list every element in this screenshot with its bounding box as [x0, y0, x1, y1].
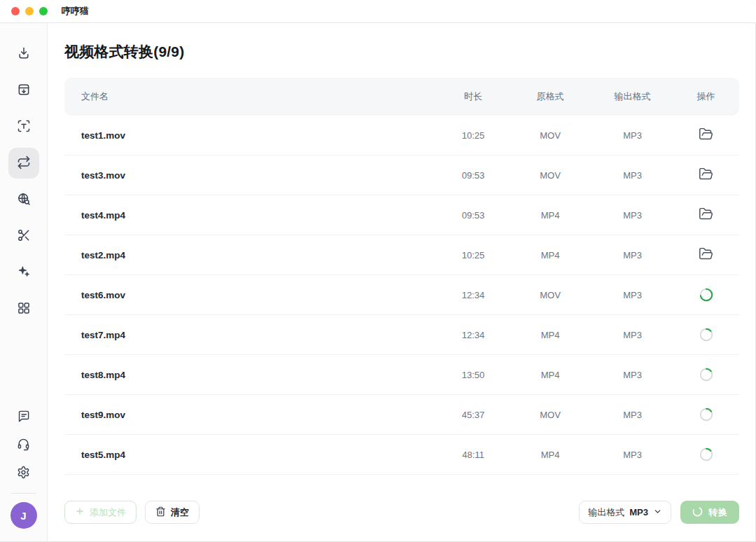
trash-icon — [155, 506, 166, 519]
file-duration: 10:25 — [438, 130, 508, 141]
open-folder-button[interactable] — [697, 125, 715, 145]
table-row: test2.mp4 10:25 MP4 MP3 — [64, 235, 739, 275]
file-name: test9.mov — [64, 410, 438, 420]
add-files-button[interactable]: 添加文件 — [64, 501, 136, 524]
gear-icon — [17, 466, 30, 481]
header-duration: 时长 — [438, 90, 508, 103]
header-source-format: 原格式 — [508, 90, 592, 103]
output-format-label: 输出格式 — [588, 506, 624, 519]
folder-open-icon — [699, 207, 713, 223]
header-action: 操作 — [673, 90, 739, 103]
table-row: test4.mp4 09:53 MP4 MP3 — [64, 195, 739, 235]
file-source-format: MOV — [508, 130, 592, 141]
file-source-format: MOV — [508, 410, 592, 420]
convert-button[interactable]: 转换 — [680, 501, 739, 524]
minimize-window-button[interactable] — [25, 7, 34, 15]
open-folder-button[interactable] — [697, 245, 715, 265]
sidebar-item-download[interactable] — [8, 39, 39, 69]
grid-icon — [17, 301, 31, 317]
table-row: test7.mp4 12:34 MP4 MP3 — [64, 315, 739, 355]
file-source-format: MOV — [508, 290, 592, 300]
file-name: test8.mp4 — [64, 370, 438, 380]
file-output-format: MP3 — [592, 290, 673, 300]
file-output-format: MP3 — [592, 170, 673, 181]
sidebar-divider — [11, 493, 36, 494]
scissors-icon — [17, 228, 31, 244]
plus-icon — [75, 506, 85, 518]
sidebar-item-feedback[interactable] — [11, 405, 36, 430]
file-name: test1.mov — [64, 130, 438, 141]
file-output-format: MP3 — [592, 450, 673, 460]
sidebar-item-text-scan[interactable] — [8, 111, 39, 142]
progress-ring — [699, 287, 714, 303]
header-output-format: 输出格式 — [592, 90, 673, 103]
file-name: test7.mp4 — [64, 330, 438, 340]
sidebar-item-ai-tools[interactable] — [8, 257, 39, 288]
file-duration: 45:37 — [438, 410, 508, 420]
table-row: test8.mp4 13:50 MP4 MP3 — [64, 355, 739, 395]
folder-open-icon — [699, 167, 713, 183]
file-source-format: MOV — [508, 170, 592, 181]
file-source-format: MP4 — [508, 210, 592, 221]
sidebar-item-clip[interactable] — [8, 221, 39, 251]
avatar[interactable]: J — [10, 502, 37, 529]
file-duration: 09:53 — [438, 210, 508, 221]
window-title: 哼哼猫 — [62, 5, 89, 18]
sidebar-item-format-convert[interactable] — [8, 148, 39, 179]
add-files-label: 添加文件 — [90, 506, 126, 519]
chevron-down-icon — [653, 507, 662, 518]
file-duration: 48:11 — [438, 450, 508, 460]
sparkles-icon — [17, 265, 31, 281]
open-folder-button[interactable] — [697, 165, 715, 185]
output-format-select[interactable]: 输出格式 MP3 — [579, 501, 671, 524]
file-source-format: MP4 — [508, 250, 592, 260]
progress-ring — [699, 367, 714, 382]
file-output-format: MP3 — [592, 410, 673, 420]
sidebar-item-box-download[interactable] — [8, 75, 39, 106]
file-name: test2.mp4 — [64, 250, 438, 260]
table-row: test5.mp4 48:11 MP4 MP3 — [64, 435, 739, 475]
file-name: test3.mov — [64, 170, 438, 181]
sidebar-item-apps[interactable] — [8, 293, 39, 324]
convert-label: 转换 — [708, 506, 728, 519]
sidebar-item-settings[interactable] — [11, 461, 36, 486]
globe-search-icon — [17, 192, 31, 208]
open-folder-button[interactable] — [697, 205, 715, 225]
file-duration: 12:34 — [438, 330, 508, 340]
file-output-format: MP3 — [592, 370, 673, 380]
titlebar: 哼哼猫 — [0, 0, 756, 23]
repeat-icon — [17, 155, 31, 172]
file-output-format: MP3 — [592, 210, 673, 221]
file-duration: 10:25 — [438, 250, 508, 260]
zoom-window-button[interactable] — [39, 7, 48, 15]
sidebar-item-web-search[interactable] — [8, 184, 39, 215]
file-name: test4.mp4 — [64, 210, 438, 221]
file-duration: 13:50 — [438, 370, 508, 380]
file-source-format: MP4 — [508, 330, 592, 340]
close-window-button[interactable] — [11, 7, 20, 15]
progress-ring — [699, 407, 714, 422]
message-icon — [17, 410, 30, 425]
progress-ring — [699, 447, 714, 462]
progress-ring — [699, 327, 714, 342]
conversion-table: 文件名 时长 原格式 输出格式 操作 test1.mov 10:25 MOV M… — [64, 78, 739, 475]
table-row: test3.mov 09:53 MOV MP3 — [64, 155, 739, 195]
folder-open-icon — [699, 246, 713, 263]
traffic-lights — [11, 7, 48, 15]
file-source-format: MP4 — [508, 450, 592, 460]
table-header: 文件名 时长 原格式 输出格式 操作 — [64, 78, 739, 116]
clear-list-label: 清空 — [171, 506, 189, 519]
file-name: test5.mp4 — [64, 450, 438, 460]
output-format-value: MP3 — [629, 507, 648, 517]
file-duration: 12:34 — [438, 290, 508, 300]
sidebar-item-support[interactable] — [11, 433, 36, 458]
box-download-icon — [17, 83, 31, 99]
file-duration: 09:53 — [438, 170, 508, 181]
table-row: test6.mov 12:34 MOV MP3 — [64, 275, 739, 315]
file-output-format: MP3 — [592, 130, 673, 141]
clear-list-button[interactable]: 清空 — [145, 501, 200, 524]
main-content: 视频格式转换(9/9) 文件名 时长 原格式 输出格式 操作 test1.mov… — [48, 23, 756, 541]
download-icon — [17, 46, 31, 62]
file-output-format: MP3 — [592, 250, 673, 260]
spinner-icon — [692, 506, 704, 520]
